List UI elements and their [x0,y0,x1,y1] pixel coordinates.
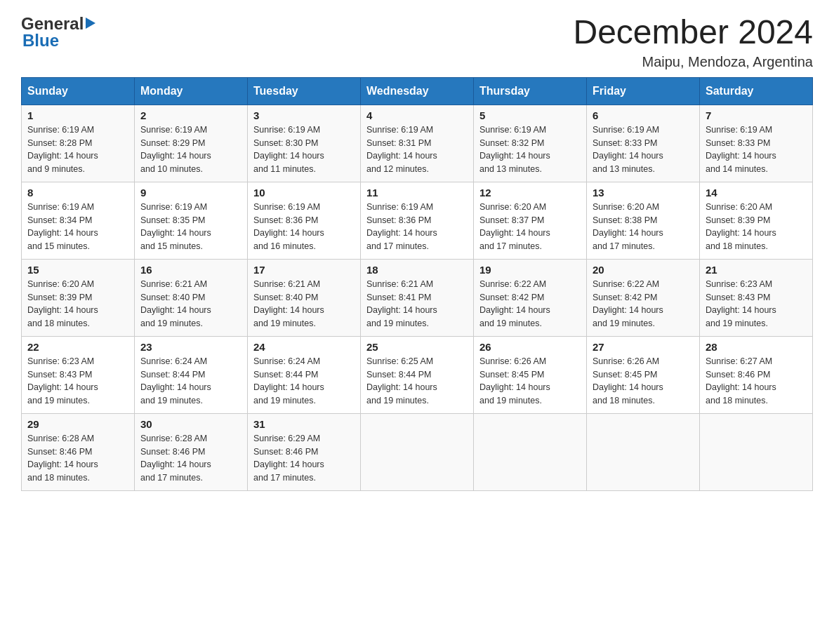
calendar-cell: 8Sunrise: 6:19 AMSunset: 8:34 PMDaylight… [22,182,135,259]
logo: General Blue [21,14,100,51]
calendar-cell: 1Sunrise: 6:19 AMSunset: 8:28 PMDaylight… [22,105,135,182]
calendar-cell: 16Sunrise: 6:21 AMSunset: 8:40 PMDayligh… [135,259,248,336]
day-number: 25 [366,341,468,353]
calendar-cell: 27Sunrise: 6:26 AMSunset: 8:45 PMDayligh… [587,336,700,413]
day-info: Sunrise: 6:28 AMSunset: 8:46 PMDaylight:… [140,432,241,485]
calendar-cell: 10Sunrise: 6:19 AMSunset: 8:36 PMDayligh… [248,182,361,259]
day-header-saturday: Saturday [700,77,813,105]
calendar-cell: 17Sunrise: 6:21 AMSunset: 8:40 PMDayligh… [248,259,361,336]
day-info: Sunrise: 6:21 AMSunset: 8:40 PMDaylight:… [140,278,241,330]
day-info: Sunrise: 6:20 AMSunset: 8:39 PMDaylight:… [706,201,807,253]
location-title: Maipu, Mendoza, Argentina [573,54,813,70]
logo-arrow [86,16,100,33]
day-number: 26 [479,341,581,353]
calendar-cell: 13Sunrise: 6:20 AMSunset: 8:38 PMDayligh… [587,182,700,259]
day-number: 8 [27,187,128,199]
day-info: Sunrise: 6:20 AMSunset: 8:37 PMDaylight:… [479,201,581,253]
calendar-cell: 15Sunrise: 6:20 AMSunset: 8:39 PMDayligh… [22,259,135,336]
day-number: 7 [706,109,807,121]
day-info: Sunrise: 6:26 AMSunset: 8:45 PMDaylight:… [479,355,581,408]
calendar-cell: 26Sunrise: 6:26 AMSunset: 8:45 PMDayligh… [474,336,587,413]
day-header-tuesday: Tuesday [248,77,361,105]
calendar-cell: 30Sunrise: 6:28 AMSunset: 8:46 PMDayligh… [135,413,248,490]
day-info: Sunrise: 6:20 AMSunset: 8:39 PMDaylight:… [27,278,128,330]
day-info: Sunrise: 6:19 AMSunset: 8:35 PMDaylight:… [140,201,241,253]
day-number: 31 [253,418,355,430]
day-number: 27 [593,341,694,353]
day-header-sunday: Sunday [22,77,135,105]
day-header-friday: Friday [587,77,700,105]
calendar-cell [587,413,700,490]
day-info: Sunrise: 6:29 AMSunset: 8:46 PMDaylight:… [253,432,355,485]
day-number: 30 [140,418,241,430]
day-number: 5 [479,109,581,121]
day-info: Sunrise: 6:23 AMSunset: 8:43 PMDaylight:… [706,278,807,330]
day-number: 9 [140,187,241,199]
calendar-cell: 19Sunrise: 6:22 AMSunset: 8:42 PMDayligh… [474,259,587,336]
day-info: Sunrise: 6:26 AMSunset: 8:45 PMDaylight:… [593,355,694,408]
day-info: Sunrise: 6:21 AMSunset: 8:40 PMDaylight:… [253,278,355,330]
calendar-cell [474,413,587,490]
day-info: Sunrise: 6:19 AMSunset: 8:28 PMDaylight:… [27,123,128,176]
day-info: Sunrise: 6:19 AMSunset: 8:32 PMDaylight:… [479,123,581,176]
day-number: 23 [140,341,241,353]
day-number: 19 [479,264,581,276]
calendar-cell: 28Sunrise: 6:27 AMSunset: 8:46 PMDayligh… [700,336,813,413]
logo-blue-text: Blue [22,31,59,51]
title-block: December 2024 Maipu, Mendoza, Argentina [573,14,813,70]
day-number: 11 [366,187,468,199]
calendar-cell: 24Sunrise: 6:24 AMSunset: 8:44 PMDayligh… [248,336,361,413]
calendar-cell: 14Sunrise: 6:20 AMSunset: 8:39 PMDayligh… [700,182,813,259]
day-info: Sunrise: 6:19 AMSunset: 8:30 PMDaylight:… [253,123,355,176]
day-info: Sunrise: 6:21 AMSunset: 8:41 PMDaylight:… [366,278,468,330]
calendar-cell [361,413,474,490]
calendar-cell: 29Sunrise: 6:28 AMSunset: 8:46 PMDayligh… [22,413,135,490]
calendar-cell: 23Sunrise: 6:24 AMSunset: 8:44 PMDayligh… [135,336,248,413]
calendar-cell [700,413,813,490]
day-info: Sunrise: 6:25 AMSunset: 8:44 PMDaylight:… [366,355,468,408]
day-number: 16 [140,264,241,276]
week-row-5: 29Sunrise: 6:28 AMSunset: 8:46 PMDayligh… [22,413,813,490]
day-info: Sunrise: 6:24 AMSunset: 8:44 PMDaylight:… [140,355,241,408]
day-header-monday: Monday [135,77,248,105]
calendar-cell: 9Sunrise: 6:19 AMSunset: 8:35 PMDaylight… [135,182,248,259]
week-row-2: 8Sunrise: 6:19 AMSunset: 8:34 PMDaylight… [22,182,813,259]
day-number: 24 [253,341,355,353]
week-row-4: 22Sunrise: 6:23 AMSunset: 8:43 PMDayligh… [22,336,813,413]
day-number: 1 [27,109,128,121]
day-number: 21 [706,264,807,276]
calendar-cell: 11Sunrise: 6:19 AMSunset: 8:36 PMDayligh… [361,182,474,259]
day-number: 12 [479,187,581,199]
day-number: 10 [253,187,355,199]
calendar-cell: 20Sunrise: 6:22 AMSunset: 8:42 PMDayligh… [587,259,700,336]
days-header-row: SundayMondayTuesdayWednesdayThursdayFrid… [22,77,813,105]
week-row-1: 1Sunrise: 6:19 AMSunset: 8:28 PMDaylight… [22,105,813,182]
day-info: Sunrise: 6:23 AMSunset: 8:43 PMDaylight:… [27,355,128,408]
day-number: 14 [706,187,807,199]
day-info: Sunrise: 6:20 AMSunset: 8:38 PMDaylight:… [593,201,694,253]
calendar-cell: 6Sunrise: 6:19 AMSunset: 8:33 PMDaylight… [587,105,700,182]
day-info: Sunrise: 6:19 AMSunset: 8:29 PMDaylight:… [140,123,241,176]
day-info: Sunrise: 6:19 AMSunset: 8:33 PMDaylight:… [706,123,807,176]
day-info: Sunrise: 6:19 AMSunset: 8:36 PMDaylight:… [253,201,355,253]
calendar-cell: 21Sunrise: 6:23 AMSunset: 8:43 PMDayligh… [700,259,813,336]
svg-marker-0 [86,18,95,29]
day-number: 15 [27,264,128,276]
calendar-cell: 3Sunrise: 6:19 AMSunset: 8:30 PMDaylight… [248,105,361,182]
calendar-cell: 12Sunrise: 6:20 AMSunset: 8:37 PMDayligh… [474,182,587,259]
day-number: 6 [593,109,694,121]
day-info: Sunrise: 6:22 AMSunset: 8:42 PMDaylight:… [479,278,581,330]
day-number: 28 [706,341,807,353]
calendar-table: SundayMondayTuesdayWednesdayThursdayFrid… [21,77,813,491]
day-info: Sunrise: 6:19 AMSunset: 8:31 PMDaylight:… [366,123,468,176]
day-header-thursday: Thursday [474,77,587,105]
day-number: 20 [593,264,694,276]
day-header-wednesday: Wednesday [361,77,474,105]
day-info: Sunrise: 6:19 AMSunset: 8:33 PMDaylight:… [593,123,694,176]
day-number: 13 [593,187,694,199]
calendar-cell: 5Sunrise: 6:19 AMSunset: 8:32 PMDaylight… [474,105,587,182]
calendar-cell: 31Sunrise: 6:29 AMSunset: 8:46 PMDayligh… [248,413,361,490]
calendar-cell: 7Sunrise: 6:19 AMSunset: 8:33 PMDaylight… [700,105,813,182]
page-header: General Blue December 2024 Maipu, Mendoz… [21,14,813,70]
day-number: 4 [366,109,468,121]
